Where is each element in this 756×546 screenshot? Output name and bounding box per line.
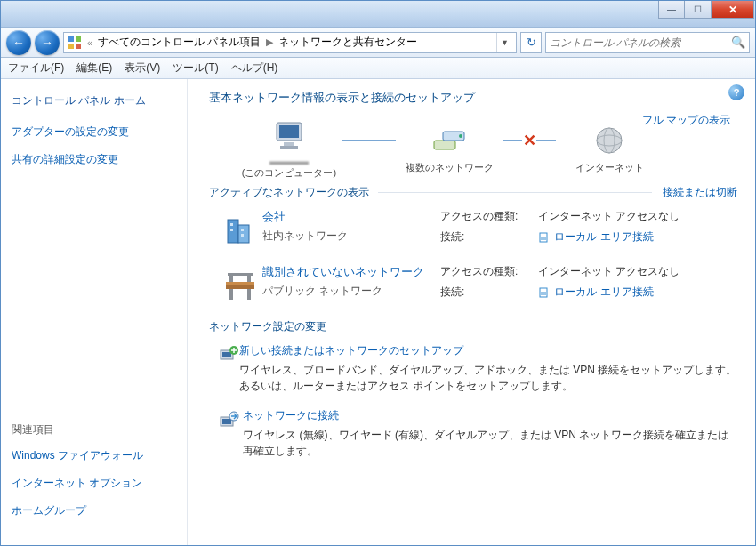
sidebar-link-homegroup[interactable]: ホームグループ (12, 503, 176, 518)
sidebar-link-internet-options[interactable]: インターネット オプション (12, 476, 176, 491)
sidebar-link-sharing-settings[interactable]: 共有の詳細設定の変更 (12, 152, 176, 167)
net1-title-link[interactable]: 会社 (262, 209, 440, 225)
svg-rect-6 (284, 142, 294, 146)
menu-tools[interactable]: ツール(T) (173, 60, 218, 76)
forward-button[interactable]: → (35, 30, 60, 55)
net2-conn-link[interactable]: ローカル エリア接続 (554, 285, 653, 298)
svg-rect-30 (228, 273, 253, 276)
sidebar-home[interactable]: コントロール パネル ホーム (12, 93, 176, 108)
breadcrumb-sep-icon[interactable]: ▶ (264, 36, 275, 48)
breadcrumb-item-1[interactable]: すべてのコントロール パネル項目 (98, 35, 261, 50)
svg-rect-25 (226, 285, 254, 289)
netmap-connector-broken: ✕ (503, 140, 556, 141)
internet-icon (591, 124, 628, 157)
net2-access-key: アクセスの種類: (440, 264, 538, 279)
address-bar: ← → « すべてのコントロール パネル項目 ▶ ネットワークと共有センター ▼… (1, 28, 755, 58)
svg-rect-26 (229, 289, 233, 300)
sidebar-link-firewall[interactable]: Windows ファイアウォール (12, 448, 176, 463)
network-card-company: 会社 社内ネットワーク アクセスの種類: インターネット アクセスなし 接続: … (218, 209, 737, 250)
svg-rect-16 (230, 223, 233, 226)
help-icon[interactable]: ? (728, 84, 744, 100)
svg-rect-29 (247, 275, 251, 282)
networks-icon (430, 124, 468, 157)
full-map-link[interactable]: フル マップの表示 (642, 113, 730, 128)
breadcrumb-dropdown-icon[interactable]: ▼ (496, 33, 512, 52)
task-connect-link[interactable]: ネットワークに接続 (243, 408, 737, 423)
netmap-node-internet[interactable]: インターネット (556, 124, 663, 174)
page-heading: 基本ネットワーク情報の表示と接続のセットアップ (209, 90, 737, 106)
breadcrumb-prefix: « (85, 37, 94, 48)
content-pane: ? 基本ネットワーク情報の表示と接続のセットアップ フル マップの表示 ▬▬▬▬… (188, 79, 755, 545)
menu-view[interactable]: 表示(V) (125, 60, 160, 76)
task-new-connection-desc: ワイヤレス、ブロードバンド、ダイヤルアップ、アドホック、または VPN 接続をセ… (239, 362, 737, 394)
svg-rect-2 (68, 44, 74, 49)
svg-rect-17 (230, 229, 233, 231)
public-network-icon (218, 264, 262, 305)
svg-rect-27 (247, 289, 251, 300)
network-settings-heading: ネットワーク設定の変更 (209, 319, 737, 334)
netmap-networks-label: 複数のネットワーク (406, 161, 494, 174)
net1-access-key: アクセスの種類: (440, 209, 538, 224)
sidebar: コントロール パネル ホーム アダプターの設定の変更 共有の詳細設定の変更 関連… (1, 79, 188, 545)
menu-help[interactable]: ヘルプ(H) (231, 60, 278, 76)
svg-point-11 (597, 128, 622, 153)
svg-rect-28 (229, 275, 233, 282)
search-icon[interactable]: 🔍 (731, 36, 745, 49)
connect-disconnect-link[interactable]: 接続または切断 (663, 185, 737, 200)
breadcrumb[interactable]: « すべてのコントロール パネル項目 ▶ ネットワークと共有センター ▼ (63, 32, 517, 53)
breadcrumb-item-2[interactable]: ネットワークと共有センター (278, 35, 417, 50)
menu-file[interactable]: ファイル(F) (8, 60, 64, 76)
main-area: コントロール パネル ホーム アダプターの設定の変更 共有の詳細設定の変更 関連… (1, 79, 755, 545)
ethernet-icon (538, 231, 549, 244)
connect-icon (218, 408, 243, 459)
window-titlebar: — ☐ ✕ (1, 1, 755, 28)
close-button[interactable]: ✕ (712, 1, 754, 19)
sidebar-link-adapter-settings[interactable]: アダプターの設定の変更 (12, 124, 176, 140)
active-networks-label: アクティブなネットワークの表示 (209, 185, 369, 200)
svg-point-10 (459, 134, 462, 138)
netmap-computer-name: ▬▬▬▬ (269, 156, 309, 166)
svg-rect-19 (241, 234, 244, 237)
net1-access-value: インターネット アクセスなし (538, 209, 680, 224)
svg-rect-39 (222, 419, 231, 424)
netmap-connector-1 (342, 140, 396, 141)
active-networks-heading: アクティブなネットワークの表示 接続または切断 (209, 185, 737, 200)
sidebar-related-title: 関連項目 (12, 422, 176, 438)
disconnect-x-icon: ✕ (523, 131, 536, 150)
refresh-button[interactable]: ↻ (520, 32, 542, 53)
svg-rect-24 (226, 282, 254, 285)
search-input[interactable] (550, 36, 731, 49)
network-card-unidentified: 識別されていないネットワーク パブリック ネットワーク アクセスの種類: インタ… (218, 264, 737, 305)
svg-rect-18 (241, 229, 244, 231)
task-new-connection: 新しい接続またはネットワークのセットアップ ワイヤレス、ブロードバンド、ダイヤル… (218, 343, 737, 394)
svg-rect-3 (76, 44, 81, 49)
menu-edit[interactable]: 編集(E) (76, 60, 112, 76)
svg-rect-7 (280, 146, 298, 149)
svg-rect-36 (222, 352, 231, 357)
net1-conn-key: 接続: (440, 229, 538, 245)
new-connection-icon (218, 343, 239, 394)
svg-rect-8 (434, 141, 455, 149)
netmap-internet-label: インターネット (575, 161, 644, 174)
computer-icon (270, 118, 308, 152)
control-panel-icon (68, 36, 82, 50)
svg-rect-1 (76, 36, 81, 42)
search-box[interactable]: 🔍 (545, 32, 750, 53)
net1-conn-link[interactable]: ローカル エリア接続 (554, 230, 653, 243)
svg-rect-5 (279, 125, 299, 138)
netmap-node-networks[interactable]: 複数のネットワーク (396, 124, 503, 174)
task-connect: ネットワークに接続 ワイヤレス (無線)、ワイヤード (有線)、ダイヤルアップ、… (218, 408, 737, 459)
netmap-node-computer[interactable]: ▬▬▬▬ (このコンピューター) (236, 118, 342, 180)
net1-subtitle: 社内ネットワーク (262, 229, 440, 244)
net2-access-value: インターネット アクセスなし (538, 264, 680, 279)
net2-title-link[interactable]: 識別されていないネットワーク (262, 264, 440, 280)
back-button[interactable]: ← (6, 30, 31, 55)
net2-subtitle: パブリック ネットワーク (262, 284, 440, 299)
task-new-connection-link[interactable]: 新しい接続またはネットワークのセットアップ (239, 343, 737, 358)
task-connect-desc: ワイヤレス (無線)、ワイヤード (有線)、ダイヤルアップ、または VPN ネッ… (243, 427, 737, 459)
minimize-button[interactable]: — (658, 1, 685, 19)
company-network-icon (218, 209, 262, 250)
netmap-computer-sub: (このコンピューター) (242, 166, 336, 180)
maximize-button[interactable]: ☐ (685, 1, 712, 19)
menu-bar: ファイル(F) 編集(E) 表示(V) ツール(T) ヘルプ(H) (1, 58, 755, 79)
